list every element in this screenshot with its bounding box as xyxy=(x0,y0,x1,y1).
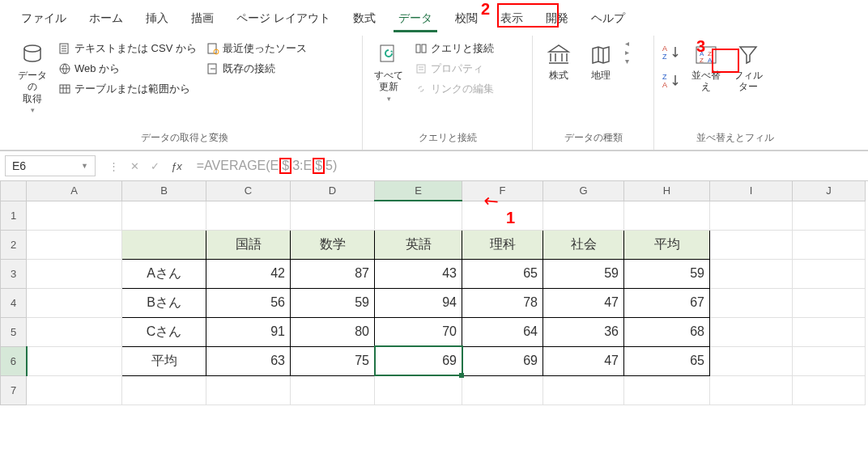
enter-icon[interactable]: ✓ xyxy=(151,160,160,172)
geography-button[interactable]: 地理 xyxy=(581,39,620,84)
header-suugaku[interactable]: 数学 xyxy=(291,230,375,259)
sort-asc-button[interactable]: AZ xyxy=(661,44,683,64)
fill-handle[interactable] xyxy=(459,373,464,378)
recent-sources-button[interactable]: 最近使ったソース xyxy=(203,39,310,58)
fx-icon[interactable]: ƒx xyxy=(171,160,182,172)
header-rika[interactable]: 理科 xyxy=(462,230,543,259)
svg-rect-8 xyxy=(416,44,420,53)
row-label-avg[interactable]: 平均 xyxy=(122,346,206,375)
col-header-F[interactable]: F xyxy=(462,181,543,201)
sort-dialog-icon: AZZA xyxy=(693,42,719,68)
svg-rect-3 xyxy=(60,85,70,93)
tab-data[interactable]: データ xyxy=(387,6,444,31)
group-label-datatypes: データの種類 xyxy=(539,128,647,150)
name-box[interactable]: E6 ▼ xyxy=(5,155,96,176)
recent-icon xyxy=(206,42,219,55)
group-label-sortfilter: 並べ替えとフィル xyxy=(661,128,810,150)
row-header-4[interactable]: 4 xyxy=(1,288,27,317)
edit-links-button: リンクの編集 xyxy=(411,79,497,99)
col-header-E[interactable]: E xyxy=(375,181,462,201)
header-kokugo[interactable]: 国語 xyxy=(206,230,291,259)
properties-icon xyxy=(415,62,428,75)
svg-text:A: A xyxy=(708,57,713,64)
namebox-dropdown-icon[interactable]: ▼ xyxy=(81,162,88,170)
group-label-get-transform: データの取得と変換 xyxy=(13,128,355,150)
dollar-highlight-1: $ xyxy=(279,158,291,174)
formula-options-icon[interactable]: ⋮ xyxy=(108,160,119,172)
svg-point-0 xyxy=(24,45,40,52)
row-header-7[interactable]: 7 xyxy=(1,375,27,405)
row-label-A[interactable]: Aさん xyxy=(122,259,206,288)
datatype-next-icon[interactable]: ▸ xyxy=(625,48,629,57)
get-data-button[interactable]: データの 取得 ▾ xyxy=(13,39,52,118)
datatype-prev-icon[interactable]: ◂ xyxy=(625,39,629,48)
spreadsheet-grid[interactable]: A B C D E F G H I J 1 2 国語 数学 英語 理科 社会 平… xyxy=(0,181,866,405)
refresh-icon xyxy=(376,42,402,68)
row-label-C[interactable]: Cさん xyxy=(122,317,206,346)
dollar-highlight-2: $ xyxy=(313,158,325,174)
col-header-B[interactable]: B xyxy=(122,181,206,201)
header-heikin[interactable]: 平均 xyxy=(624,230,710,259)
col-header-I[interactable]: I xyxy=(710,181,793,201)
funnel-icon xyxy=(735,42,761,68)
row-header-1[interactable]: 1 xyxy=(1,201,27,230)
database-icon xyxy=(19,42,45,68)
col-header-G[interactable]: G xyxy=(543,181,624,201)
svg-text:Z: Z xyxy=(662,73,667,81)
svg-text:Z: Z xyxy=(662,53,667,61)
stocks-button[interactable]: 株式 xyxy=(539,39,578,84)
svg-rect-4 xyxy=(208,44,216,53)
select-all-corner[interactable] xyxy=(1,181,27,201)
queries-icon xyxy=(415,42,428,55)
row-header-6[interactable]: 6 xyxy=(1,346,27,375)
sort-desc-icon: ZA xyxy=(661,72,683,90)
col-header-A[interactable]: A xyxy=(27,181,122,201)
properties-button: プロパティ xyxy=(411,59,497,78)
from-web-button[interactable]: Web から xyxy=(55,59,200,78)
svg-rect-9 xyxy=(422,44,426,53)
refresh-all-button[interactable]: すべて 更新 ▾ xyxy=(369,39,408,107)
from-csv-button[interactable]: テキストまたは CSV から xyxy=(55,39,200,58)
tab-formulas[interactable]: 数式 xyxy=(342,6,387,31)
from-table-button[interactable]: テーブルまたは範囲から xyxy=(55,79,200,99)
queries-button[interactable]: クエリと接続 xyxy=(411,39,497,58)
row-label-B[interactable]: Bさん xyxy=(122,288,206,317)
connection-icon xyxy=(206,62,219,75)
row-header-3[interactable]: 3 xyxy=(1,259,27,288)
formula-bar[interactable]: =AVERAGE(E$3:E$5) xyxy=(190,158,344,174)
sort-asc-icon: AZ xyxy=(661,44,683,61)
sort-button[interactable]: AZZA 並べ替え xyxy=(687,39,725,96)
tab-layout[interactable]: ページ レイアウト xyxy=(225,6,342,31)
tab-help[interactable]: ヘルプ xyxy=(580,6,636,31)
svg-text:A: A xyxy=(662,81,667,89)
row-header-2[interactable]: 2 xyxy=(1,230,27,259)
cell-E6[interactable]: 69 xyxy=(375,346,462,375)
sort-desc-button[interactable]: ZA xyxy=(661,72,683,92)
existing-connections-button[interactable]: 既存の接続 xyxy=(203,59,310,78)
tab-file[interactable]: ファイル xyxy=(10,6,78,31)
col-header-H[interactable]: H xyxy=(624,181,710,201)
header-eigo[interactable]: 英語 xyxy=(375,230,462,259)
tab-insert[interactable]: 挿入 xyxy=(134,6,180,31)
col-header-C[interactable]: C xyxy=(206,181,291,201)
table-icon xyxy=(58,83,71,95)
datatype-more-icon[interactable]: ▾ xyxy=(625,57,629,66)
col-header-J[interactable]: J xyxy=(793,181,866,201)
link-icon xyxy=(415,83,428,95)
tab-view[interactable]: 表示 xyxy=(489,6,534,31)
cancel-icon[interactable]: ✕ xyxy=(130,160,139,172)
tab-developer[interactable]: 開発 xyxy=(534,6,580,31)
header-shakai[interactable]: 社会 xyxy=(543,230,624,259)
svg-text:Z: Z xyxy=(700,57,704,64)
globe-icon xyxy=(58,62,71,75)
svg-rect-10 xyxy=(417,65,425,73)
tab-draw[interactable]: 描画 xyxy=(180,6,225,31)
csv-icon xyxy=(58,42,71,55)
tab-review[interactable]: 校閲 xyxy=(444,6,489,31)
map-icon xyxy=(588,42,614,68)
svg-text:A: A xyxy=(662,44,667,53)
tab-home[interactable]: ホーム xyxy=(78,6,134,31)
col-header-D[interactable]: D xyxy=(291,181,375,201)
row-header-5[interactable]: 5 xyxy=(1,317,27,346)
filter-button[interactable]: フィルター xyxy=(729,39,768,96)
